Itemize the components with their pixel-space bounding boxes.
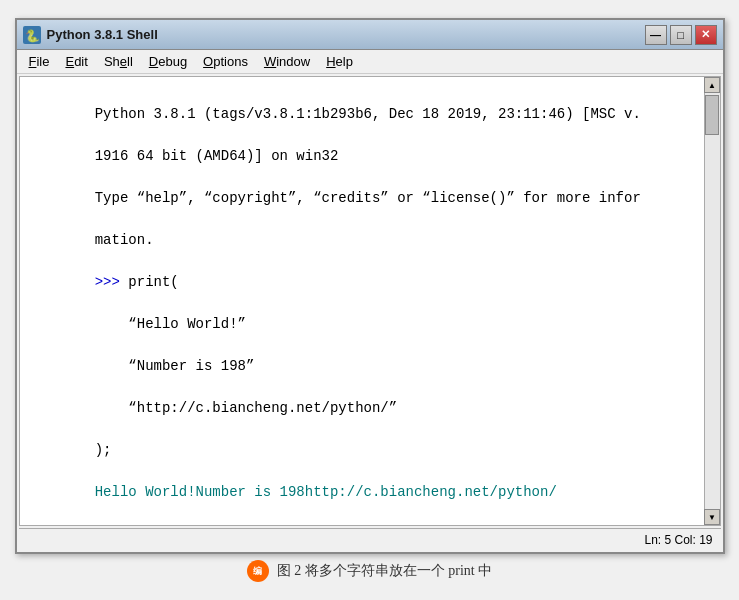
output-line-3: Type “help”, “copyright”, “credits” or “… xyxy=(95,190,641,206)
code-1c: “http://c.biancheng.net/python/” xyxy=(95,400,397,416)
output-line-2: 1916 64 bit (AMD64)] on win32 xyxy=(95,148,339,164)
menu-window[interactable]: Window xyxy=(256,52,318,71)
menu-options[interactable]: Options xyxy=(195,52,256,71)
maximize-button[interactable]: □ xyxy=(670,25,692,45)
menu-bar: File Edit Shell Debug Options Window Hel… xyxy=(17,50,723,74)
prompt-1: >>> xyxy=(95,274,129,290)
caption: 编 图 2 将多个字符串放在一个 print 中 xyxy=(15,560,725,582)
status-bar: Ln: 5 Col: 19 xyxy=(19,528,721,550)
output-line-4: mation. xyxy=(95,232,154,248)
shell-content-wrapper: Python 3.8.1 (tags/v3.8.1:1b293b6, Dec 1… xyxy=(19,76,721,526)
shell-output[interactable]: Python 3.8.1 (tags/v3.8.1:1b293b6, Dec 1… xyxy=(20,77,704,525)
output-2: Hello World!Number is 198http://c.bianch… xyxy=(95,484,557,500)
window-wrapper: 🐍 Python 3.8.1 Shell — □ ✕ File Edit She… xyxy=(15,18,725,582)
scroll-track[interactable] xyxy=(705,93,720,509)
caption-logo: 编 xyxy=(247,560,269,582)
caption-text: 图 2 将多个字符串放在一个 print 中 xyxy=(277,562,492,580)
window-controls: — □ ✕ xyxy=(645,25,717,45)
window-title: Python 3.8.1 Shell xyxy=(47,27,645,42)
code-1a: “Hello World!” xyxy=(95,316,246,332)
menu-file[interactable]: File xyxy=(21,52,58,71)
menu-shell[interactable]: Shell xyxy=(96,52,141,71)
code-1d: ); xyxy=(95,442,112,458)
minimize-button[interactable]: — xyxy=(645,25,667,45)
python-shell-window: 🐍 Python 3.8.1 Shell — □ ✕ File Edit She… xyxy=(15,18,725,554)
scroll-up-arrow[interactable]: ▲ xyxy=(704,77,720,93)
scroll-down-arrow[interactable]: ▼ xyxy=(704,509,720,525)
scrollbar[interactable]: ▲ ▼ xyxy=(704,77,720,525)
menu-edit[interactable]: Edit xyxy=(57,52,95,71)
output-line-1: Python 3.8.1 (tags/v3.8.1:1b293b6, Dec 1… xyxy=(95,106,641,122)
window-icon: 🐍 xyxy=(23,26,41,44)
close-button[interactable]: ✕ xyxy=(695,25,717,45)
svg-text:🐍: 🐍 xyxy=(24,28,39,43)
menu-help[interactable]: Help xyxy=(318,52,361,71)
title-bar: 🐍 Python 3.8.1 Shell — □ ✕ xyxy=(17,20,723,50)
menu-debug[interactable]: Debug xyxy=(141,52,195,71)
code-1: print( xyxy=(128,274,178,290)
status-text: Ln: 5 Col: 19 xyxy=(644,533,712,547)
code-1b: “Number is 198” xyxy=(95,358,255,374)
scroll-thumb[interactable] xyxy=(705,95,719,135)
